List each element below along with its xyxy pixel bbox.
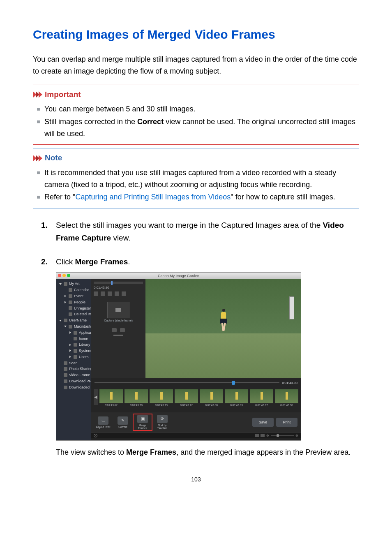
rotate-right-icon[interactable]	[120, 328, 125, 332]
layout-print-button[interactable]: ▭ Layout Print	[95, 416, 112, 428]
sidebar-item[interactable]: home	[56, 336, 91, 342]
sidebar-item[interactable]: Macintosh HD	[56, 324, 91, 330]
sidebar-item[interactable]: My Art	[56, 281, 91, 287]
stop-icon[interactable]	[94, 291, 98, 296]
folder-icon	[64, 319, 67, 322]
sidebar-item-label: UserName	[69, 318, 87, 323]
save-button[interactable]: Save	[252, 418, 274, 427]
print-button[interactable]: Print	[276, 418, 297, 427]
folder-icon	[74, 355, 77, 359]
info-icon[interactable]: i	[94, 434, 97, 437]
close-icon[interactable]	[58, 274, 61, 277]
thumbs-prev[interactable]: ◀	[94, 389, 98, 405]
sidebar-item[interactable]: People	[56, 299, 91, 305]
thumbnail[interactable]: 0:01:43.70	[125, 389, 148, 407]
zoom-icon[interactable]	[67, 274, 70, 277]
sort-timeline-button[interactable]: ⟳ Sort by Timeline	[154, 415, 171, 430]
thumb-timecode: 0:01:43.83	[225, 404, 248, 407]
sidebar-item[interactable]: Library	[56, 342, 91, 348]
sidebar-item-label: Library	[79, 342, 90, 347]
sort-icon: ⟳	[157, 415, 168, 423]
timeline[interactable]: 0:01:43.90	[91, 378, 301, 388]
thumb-timecode: 0:01:43.77	[175, 404, 198, 407]
play-icon[interactable]	[101, 291, 105, 296]
folder-icon	[69, 294, 72, 298]
sidebar-item[interactable]: Applications	[56, 330, 91, 336]
sidebar-item-label: My Art	[69, 282, 80, 286]
thumbnail[interactable]: 0:01:43.80	[200, 389, 223, 407]
sidebar-item-label: Event	[74, 294, 83, 298]
sidebar-item[interactable]: Video Frame Capture	[56, 372, 91, 378]
view-mode-icon[interactable]	[255, 434, 259, 437]
step-fwd-icon[interactable]	[115, 291, 119, 296]
important-callout: Important You can merge between 5 and 30…	[33, 85, 359, 145]
video-preview	[145, 279, 301, 378]
correct-button[interactable]: ✎ Correct	[114, 416, 131, 428]
folder-icon	[74, 343, 77, 347]
step-1: Select the still images you want to merg…	[41, 219, 359, 244]
view-mode-icon[interactable]	[261, 434, 265, 437]
thumbnail[interactable]: 0:01:43.77	[175, 389, 198, 407]
sidebar-item[interactable]: Deleted Images of People	[56, 311, 91, 317]
sidebar-item[interactable]: Download PREMIUM Contents	[56, 378, 91, 384]
link-capturing-videos[interactable]: Capturing and Printing Still Images from…	[75, 193, 231, 201]
thumbnail[interactable]: 0:01:43.90	[275, 389, 298, 407]
sidebar-item[interactable]: Event	[56, 293, 91, 299]
sidebar-item[interactable]: System	[56, 348, 91, 354]
flag-icon	[289, 296, 294, 319]
rotate-left-icon[interactable]	[112, 328, 117, 332]
sidebar-item-label: Video Frame Capture	[69, 373, 91, 377]
sidebar-item[interactable]: Users	[56, 354, 91, 360]
step-2: Click Merge Frames. Canon My Image Garde…	[41, 256, 359, 458]
merge-icon: ▣	[137, 415, 148, 423]
app-screenshot: Canon My Image Garden My ArtCalendarEven…	[56, 272, 301, 441]
sidebar-item-label: Calendar	[74, 288, 89, 292]
folder-icon	[64, 361, 67, 365]
page-title: Creating Images of Merged Video Frames	[33, 25, 359, 44]
sidebar: My ArtCalendarEventPeopleUnregistered Pe…	[56, 279, 91, 440]
layout-icon: ▭	[98, 416, 108, 425]
zoom-in-icon[interactable]: ⊕	[295, 434, 298, 438]
intro-text: You can overlap and merge multiple still…	[33, 53, 359, 77]
capture-button[interactable]	[107, 302, 129, 318]
skip-icon[interactable]	[122, 291, 126, 296]
folder-icon	[64, 373, 67, 377]
window-title: Canon My Image Garden	[158, 274, 199, 278]
merge-frames-button[interactable]: ▣ Merge Frames	[134, 415, 151, 430]
folder-icon	[64, 282, 67, 286]
important-item: Still images corrected in the Correct vi…	[44, 116, 359, 140]
sidebar-item-label: Unregistered People	[74, 306, 91, 311]
thumb-timecode: 0:01:43.70	[125, 404, 148, 407]
thumbnail[interactable]: 0:01:43.67	[99, 389, 123, 407]
zoom-slider[interactable]	[271, 435, 294, 436]
thumbnail[interactable]: 0:01:43.87	[250, 389, 273, 407]
folder-icon	[64, 367, 67, 371]
sidebar-item-label: Download PREMIUM Contents	[69, 379, 91, 384]
scrubber[interactable]	[94, 282, 143, 284]
sidebar-item-label: Applications	[79, 331, 91, 335]
timecode-label: 0:01:43.90	[94, 286, 109, 290]
sidebar-item[interactable]: Unregistered People	[56, 305, 91, 312]
sidebar-item[interactable]: Photo Sharing Sites	[56, 366, 91, 372]
folder-icon	[69, 312, 72, 316]
note-heading: Note	[45, 152, 62, 164]
sidebar-item-label: Users	[79, 355, 89, 359]
sidebar-item[interactable]: UserName	[56, 317, 91, 324]
thumbnail[interactable]: 0:01:43.73	[150, 389, 173, 407]
zoom-out-icon[interactable]: ⊖	[266, 434, 269, 438]
folder-icon	[69, 306, 72, 310]
sidebar-item[interactable]: Calendar	[56, 287, 91, 293]
folder-icon	[64, 386, 67, 389]
important-heading: Important	[45, 88, 81, 101]
minimize-icon[interactable]	[62, 274, 66, 277]
folder-icon	[69, 288, 72, 292]
sidebar-item[interactable]: Scan	[56, 360, 91, 366]
page-number: 103	[33, 475, 359, 484]
correct-icon: ✎	[118, 416, 128, 425]
step-back-icon[interactable]	[108, 291, 112, 296]
thumb-timecode: 0:01:43.80	[200, 404, 223, 407]
sidebar-item-label: Photo Sharing Sites	[69, 367, 91, 371]
thumbnail[interactable]: 0:01:43.83	[225, 389, 248, 407]
sidebar-item[interactable]: Downloaded PREMIUM Contents	[56, 384, 91, 391]
traffic-lights	[58, 274, 70, 277]
